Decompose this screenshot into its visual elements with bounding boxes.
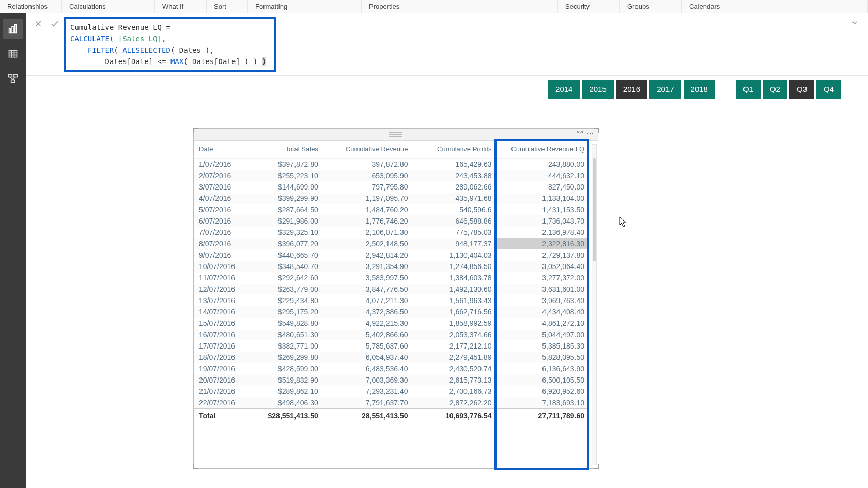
table-row[interactable]: 3/07/2016$144,699.90797,795.80289,062.66… [194, 181, 588, 193]
svg-point-17 [587, 133, 588, 134]
cell-cum-rev-lq: 4,861,272.10 [496, 318, 588, 329]
cell-cum-rev-lq: 3,631,601.00 [496, 284, 588, 295]
ribbon-tab-security[interactable]: Security [558, 0, 620, 13]
cell-cum-profits: 2,053,374.66 [412, 329, 495, 340]
cell-cum-rev-lq: 243,880.00 [496, 159, 588, 170]
cell-cum-profits: 2,430,520.74 [412, 363, 495, 374]
col-header-total-sales[interactable]: Total Sales [247, 141, 322, 159]
table-row[interactable]: 6/07/2016$291,986.001,776,746.20646,588.… [194, 215, 588, 227]
year-slicer-2015[interactable]: 2015 [582, 80, 613, 99]
formula-editor[interactable]: Cumulative Revenue LQ = CALCULATE( [Sale… [64, 17, 276, 72]
cell-date: 3/07/2016 [194, 181, 247, 193]
table-row[interactable]: 20/07/2016$519,832.907,003,369.302,615,7… [194, 374, 588, 386]
table-row[interactable]: 22/07/2016$498,406.307,791,637.702,872,2… [194, 397, 588, 409]
table-row[interactable]: 21/07/2016$289,862.107,293,231.402,700,1… [194, 386, 588, 397]
ribbon-tab-calendars[interactable]: Calendars [682, 0, 868, 13]
table-row[interactable]: 12/07/2016$263,779.003,847,776.501,492,1… [194, 284, 588, 295]
slicers: 20142015201620172018 Q1Q2Q3Q4 [548, 80, 841, 99]
svg-point-19 [592, 133, 593, 134]
col-header-cum-rev[interactable]: Cumulative Revenue [322, 141, 412, 159]
cell-total-sales: $229,434.80 [247, 295, 322, 306]
table-visual[interactable]: Date Total Sales Cumulative Revenue Cumu… [193, 128, 598, 469]
table-row[interactable]: 2/07/2016$255,223.10653,095.90243,453.88… [194, 170, 588, 181]
table-row[interactable]: 16/07/2016$480,651.305,402,866.602,053,3… [194, 329, 588, 340]
vertical-scrollbar[interactable] [592, 144, 597, 465]
cell-total-sales: $291,986.00 [247, 215, 322, 227]
quarter-slicer-Q3[interactable]: Q3 [789, 80, 814, 99]
cell-total-sales: $382,771.00 [247, 340, 322, 352]
cell-cum-rev-lq: 3,052,064.40 [496, 261, 588, 272]
svg-rect-3 [9, 50, 17, 57]
cell-cum-rev: 7,293,231.40 [322, 386, 412, 397]
cell-cum-rev-lq: 1,431,153.50 [496, 204, 588, 215]
quarter-slicer-Q1[interactable]: Q1 [736, 80, 761, 99]
cell-date: 11/07/2016 [194, 272, 247, 284]
table-row[interactable]: 11/07/2016$292,642.603,583,997.501,384,6… [194, 272, 588, 284]
svg-rect-1 [12, 26, 13, 33]
ribbon-tab-groups[interactable]: Groups [620, 0, 682, 13]
cell-total-sales: $399,299.90 [247, 193, 322, 204]
cell-cum-profits: 1,858,992.59 [412, 318, 495, 329]
ribbon-tab-properties[interactable]: Properties [362, 0, 558, 13]
cell-total-sales: $144,699.90 [247, 181, 322, 193]
cell-date: 20/07/2016 [194, 374, 247, 386]
table-row[interactable]: 1/07/2016$397,872.80397,872.80165,429.63… [194, 159, 588, 170]
cell-total-sales: $397,872.80 [247, 159, 322, 170]
cell-cum-profits: 2,700,166.73 [412, 386, 495, 397]
drag-grip-icon[interactable] [389, 132, 402, 137]
report-view-icon[interactable] [3, 19, 23, 39]
table-row[interactable]: 17/07/2016$382,771.005,785,637.602,177,2… [194, 340, 588, 352]
cell-date: 10/07/2016 [194, 261, 247, 272]
cell-date: 1/07/2016 [194, 159, 247, 170]
table-row[interactable]: 10/07/2016$348,540.703,291,354.901,274,8… [194, 261, 588, 272]
quarter-slicer-Q4[interactable]: Q4 [816, 80, 841, 99]
cell-cum-profits: 2,872,262.20 [412, 397, 495, 409]
formula-expand-icon[interactable] [850, 19, 859, 29]
table-row[interactable]: 7/07/2016$329,325.102,106,071.30775,785.… [194, 227, 588, 238]
focus-mode-icon[interactable] [576, 130, 583, 139]
ribbon-tab-calculations[interactable]: Calculations [62, 0, 155, 13]
col-header-cum-profits[interactable]: Cumulative Profits [412, 141, 495, 159]
table-row[interactable]: 5/07/2016$287,664.501,484,760.20540,596.… [194, 204, 588, 215]
table-row[interactable]: 13/07/2016$229,434.804,077,211.301,561,9… [194, 295, 588, 306]
data-view-icon[interactable] [3, 43, 23, 64]
quarter-slicer-Q2[interactable]: Q2 [763, 80, 787, 99]
col-header-date[interactable]: Date [194, 141, 247, 159]
total-c5: 27,711,789.60 [496, 409, 588, 423]
table-row[interactable]: 9/07/2016$440,665.702,942,814.201,130,40… [194, 249, 588, 261]
cell-cum-rev: 5,402,866.60 [322, 329, 412, 340]
table-row[interactable]: 4/07/2016$399,299.901,197,095.70435,971.… [194, 193, 588, 204]
cell-cum-profits: 1,561,963.43 [412, 295, 495, 306]
cell-cum-profits: 2,177,212.10 [412, 340, 495, 352]
ribbon-tab-sort[interactable]: Sort [207, 0, 248, 13]
year-slicer-2017[interactable]: 2017 [649, 80, 681, 99]
ribbon-tab-formatting[interactable]: Formatting [248, 0, 362, 13]
cell-date: 9/07/2016 [194, 249, 247, 261]
cell-cum-rev: 4,077,211.30 [322, 295, 412, 306]
model-view-icon[interactable] [3, 68, 23, 89]
cell-total-sales: $329,325.10 [247, 227, 322, 238]
table-row[interactable]: 19/07/2016$428,599.006,483,536.402,430,5… [194, 363, 588, 374]
ribbon-tab-whatif[interactable]: What If [155, 0, 207, 13]
more-options-icon[interactable] [586, 130, 594, 139]
year-slicer-2018[interactable]: 2018 [684, 80, 715, 99]
col-header-cum-rev-lq[interactable]: Cumulative Revenue LQ [496, 141, 588, 159]
table-scroll-area: Date Total Sales Cumulative Revenue Cumu… [194, 141, 598, 468]
cell-total-sales: $255,223.10 [247, 170, 322, 181]
table-visual-header [194, 129, 598, 141]
data-table: Date Total Sales Cumulative Revenue Cumu… [194, 141, 588, 422]
table-row[interactable]: 15/07/2016$549,828.804,922,215.301,858,9… [194, 318, 588, 329]
year-slicer-2014[interactable]: 2014 [548, 80, 580, 99]
scrollbar-thumb[interactable] [593, 158, 596, 261]
formula-commit-icon[interactable] [48, 17, 62, 31]
cell-cum-rev-lq: 2,729,137.80 [496, 249, 588, 261]
table-row[interactable]: 8/07/2016$396,077.202,502,148.50948,177.… [194, 238, 588, 249]
cell-date: 8/07/2016 [194, 238, 247, 249]
cell-total-sales: $348,540.70 [247, 261, 322, 272]
formula-cancel-icon[interactable] [31, 17, 45, 31]
year-slicer-2016[interactable]: 2016 [616, 80, 647, 99]
table-row[interactable]: 14/07/2016$295,175.204,372,386.501,662,7… [194, 306, 588, 318]
ribbon-tab-relationships[interactable]: Relationships [0, 0, 62, 13]
cell-cum-rev-lq: 1,736,043.70 [496, 215, 588, 227]
table-row[interactable]: 18/07/2016$269,299.806,054,937.402,279,4… [194, 352, 588, 363]
